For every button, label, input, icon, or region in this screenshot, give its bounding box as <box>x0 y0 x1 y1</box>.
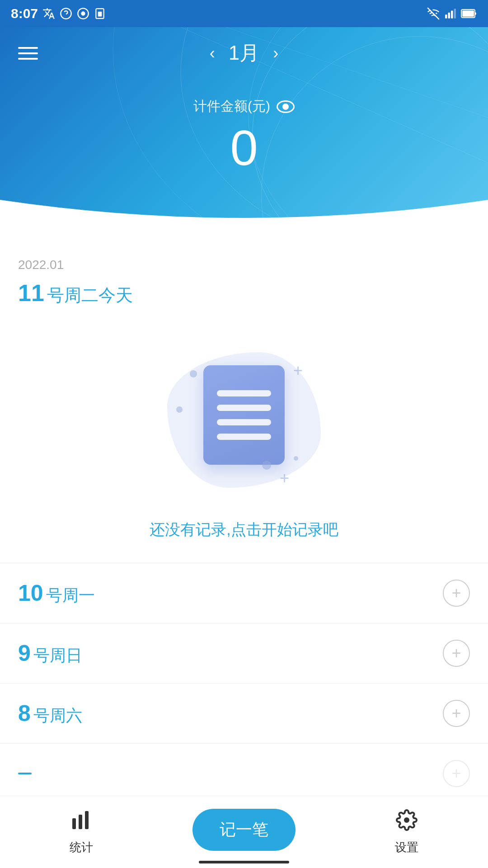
svg-rect-7 <box>448 13 450 19</box>
day-item-8: 8号周六 + <box>0 684 488 744</box>
stats-icon <box>70 809 92 836</box>
svg-rect-5 <box>98 12 102 17</box>
svg-rect-6 <box>445 14 447 19</box>
menu-button[interactable] <box>18 47 38 60</box>
day-num-10: 10 <box>18 580 43 606</box>
settings-icon <box>396 809 418 836</box>
today-label: 11号周二今天 <box>18 279 470 307</box>
day-num-8: 8 <box>18 701 31 726</box>
deco-dot-3 <box>294 456 298 461</box>
empty-doc-icon <box>203 365 285 465</box>
prev-month-button[interactable]: ‹ <box>210 44 215 63</box>
empty-state[interactable]: + + 还没有记录,点击开始记录吧 <box>0 316 488 563</box>
doc-line-3 <box>217 419 271 425</box>
year-month-label: 2022.01 <box>18 258 470 272</box>
today-day-text: 号周二今天 <box>47 286 133 305</box>
status-bar: 8:07 <box>0 0 488 27</box>
header-amount-section: 计件金额(元) 0 <box>0 79 488 175</box>
translate-icon <box>42 7 55 20</box>
header-nav: ‹ 1月 › <box>0 27 488 79</box>
deco-dot-4 <box>190 370 197 377</box>
svg-rect-11 <box>462 10 474 17</box>
main-content: 2022.01 11号周二今天 + + 还没有记录,点击开始记录吧 <box>0 235 488 796</box>
svg-rect-8 <box>451 11 453 19</box>
battery-icon <box>461 9 477 19</box>
svg-rect-17 <box>72 818 76 829</box>
status-right <box>427 7 477 20</box>
day-text-9: 号周日 <box>33 646 82 665</box>
month-navigator: ‹ 1月 › <box>210 40 278 66</box>
settings-label: 设置 <box>395 840 418 855</box>
tab-settings[interactable]: 设置 <box>325 809 488 855</box>
svg-rect-9 <box>454 9 456 19</box>
day-label-9: 9号周日 <box>18 640 82 667</box>
deco-dot-2 <box>262 461 271 470</box>
tab-stats[interactable]: 统计 <box>0 809 163 855</box>
svg-rect-18 <box>79 815 82 829</box>
day-text-10: 号周一 <box>46 586 95 604</box>
add-record-9[interactable]: + <box>443 640 470 667</box>
day-text-8: 号周六 <box>33 706 82 725</box>
home-indicator <box>199 861 289 863</box>
empty-message[interactable]: 还没有记录,点击开始记录吧 <box>150 519 338 540</box>
day-item-partial: + <box>0 744 488 796</box>
today-day-num: 11 <box>18 280 44 306</box>
day-num-9: 9 <box>18 641 31 666</box>
vpn-icon <box>77 7 89 20</box>
wifi-icon <box>427 7 440 20</box>
sim-icon <box>94 7 106 20</box>
day-item-9: 9号周日 + <box>0 623 488 684</box>
doc-line-2 <box>217 405 271 411</box>
add-record-8[interactable]: + <box>443 700 470 727</box>
tab-record-center[interactable]: 记一笔 <box>163 809 325 855</box>
record-button[interactable]: 记一笔 <box>192 809 296 851</box>
svg-rect-19 <box>85 811 89 829</box>
doc-line-4 <box>217 434 271 440</box>
day-label-10: 10号周一 <box>18 580 95 607</box>
partial-indicator <box>18 773 32 774</box>
amount-value: 0 <box>0 120 488 175</box>
bottom-bar: 统计 记一笔 设置 <box>0 796 488 868</box>
time-display: 8:07 <box>11 6 38 21</box>
status-left: 8:07 <box>11 6 106 21</box>
add-record-10[interactable]: + <box>443 580 470 607</box>
next-month-button[interactable]: › <box>273 44 278 63</box>
deco-plus-1: + <box>293 361 303 380</box>
svg-point-3 <box>81 11 85 15</box>
signal-icon <box>445 7 456 20</box>
add-record-partial[interactable]: + <box>443 760 470 787</box>
amount-label: 计件金额(元) <box>0 97 488 116</box>
day-label-8: 8号周六 <box>18 700 82 727</box>
day-item-10: 10号周一 + <box>0 563 488 623</box>
deco-dot-1 <box>176 406 183 413</box>
current-month: 1月 <box>229 40 259 66</box>
doc-line-1 <box>217 390 271 396</box>
question-icon <box>60 7 72 20</box>
stats-label: 统计 <box>70 840 93 855</box>
eye-toggle-icon[interactable] <box>277 100 295 113</box>
deco-plus-2: + <box>280 469 289 488</box>
date-section: 2022.01 11号周二今天 <box>0 249 488 307</box>
empty-illustration: + + <box>163 334 325 506</box>
day-list: 10号周一 + 9号周日 + 8号周六 + + <box>0 563 488 796</box>
header: ‹ 1月 › 计件金额(元) 0 <box>0 27 488 235</box>
